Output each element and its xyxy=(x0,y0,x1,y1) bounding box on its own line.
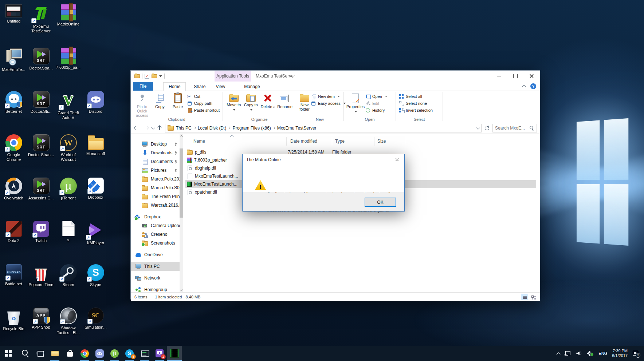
sidebar-item-screenshots[interactable]: Screenshots xyxy=(131,239,180,247)
desktop-icon-dropbox[interactable]: Dropbox xyxy=(82,175,109,219)
copy-button[interactable]: Copy xyxy=(152,92,168,109)
desktop-icon-battlenet[interactable]: BLIZZARD Battle.net xyxy=(0,262,27,305)
move-to-button[interactable]: Move to xyxy=(226,92,242,111)
ok-button[interactable]: OK xyxy=(365,198,396,207)
sidebar-item-marco-polo-2014[interactable]: Marco.Polo.2014... xyxy=(131,175,180,183)
new-item-button[interactable]: New item xyxy=(311,94,346,99)
taskbar-store-button[interactable] xyxy=(62,346,77,361)
desktop-icon-shadow-tactics[interactable]: Shadow Tactics - Bl... xyxy=(55,305,82,349)
taskbar-utorrent-button[interactable] xyxy=(107,346,122,361)
taskbar-chrome-button[interactable] xyxy=(77,346,92,361)
pin-to-quick-access-button[interactable]: Pin to Quick access xyxy=(134,92,150,118)
properties-qat-icon[interactable] xyxy=(145,74,149,79)
desktop-icon-doctor-stra[interactable]: SRT Doctor.Stra... xyxy=(27,45,55,89)
column-header-name[interactable]: Name xyxy=(185,137,286,146)
desktop-icon-world-of-warcraft[interactable]: W World of Warcraft xyxy=(55,132,82,175)
address-dropdown-icon[interactable] xyxy=(476,125,480,129)
sidebar-item-marco-polo-s02[interactable]: Marco.Polo.S02... xyxy=(131,183,180,192)
paste-shortcut-button[interactable]: Paste shortcut xyxy=(187,108,220,113)
desktop-icon-matrixonline[interactable]: MatrixOnline xyxy=(55,2,82,45)
up-button[interactable] xyxy=(156,125,163,131)
breadcrumb-this-pc[interactable]: This PC xyxy=(176,126,196,131)
desktop-icon-dota-2[interactable]: Dota 2 xyxy=(0,219,27,262)
search-input[interactable]: Search MxoE... xyxy=(492,124,537,132)
clock[interactable]: 7:39 PM 6/1/2017 xyxy=(612,349,628,358)
sidebar-item-pictures[interactable]: Pictures xyxy=(131,166,180,175)
scroll-up-icon[interactable] xyxy=(180,135,183,138)
taskbar-discord-button[interactable] xyxy=(92,346,107,361)
breadcrumb-local-disk-d[interactable]: Local Disk (D:) xyxy=(198,126,231,131)
breadcrumb-mxoemu-testserver[interactable]: MxoEmu TestServer xyxy=(277,126,317,131)
desktop-icon-mona-stuff[interactable]: Mona stuff xyxy=(82,132,109,175)
open-button[interactable]: Open xyxy=(365,94,387,99)
copy-to-button[interactable]: Copy to xyxy=(243,92,259,111)
sidebar-item-this-pc[interactable]: This PC xyxy=(131,262,180,271)
taskbar-twitch-button[interactable]: 1 xyxy=(152,346,167,361)
desktop-icon-gta-v[interactable]: V Grand Theft Auto V xyxy=(55,89,82,132)
sidebar-item-documents[interactable]: Documents xyxy=(131,157,180,166)
dropbox-tray-icon[interactable] xyxy=(587,350,594,356)
desktop-icon-doctor-str[interactable]: SRT Doctor.Str... xyxy=(27,89,55,132)
scrollbar-thumb[interactable] xyxy=(180,148,183,218)
column-header-type[interactable]: Type xyxy=(332,137,374,146)
new-folder-button[interactable]: New folder xyxy=(299,92,310,111)
cut-button[interactable]: Cut xyxy=(187,94,220,99)
close-button[interactable] xyxy=(523,71,540,82)
desktop-icon-app-shop[interactable]: APP APP Shop xyxy=(27,305,55,349)
new-folder-qat-icon[interactable] xyxy=(152,74,157,78)
dialog-close-icon[interactable] xyxy=(395,158,399,162)
edit-button[interactable]: Edit xyxy=(365,101,387,106)
desktop-icon-s[interactable]: s xyxy=(55,219,82,262)
minimize-button[interactable] xyxy=(491,71,507,82)
sidebar-item-network[interactable]: Network xyxy=(131,274,180,282)
properties-button[interactable]: Properties xyxy=(347,92,364,113)
scroll-down-icon[interactable] xyxy=(180,288,183,291)
desktop-icon-recycle-bin[interactable]: Recycle Bin xyxy=(0,305,27,349)
desktop-icon-google-chrome[interactable]: Google Chrome xyxy=(0,132,27,175)
desktop-icon-steam[interactable]: Steam xyxy=(55,262,82,305)
tab-view[interactable]: View xyxy=(211,83,230,91)
refresh-button[interactable] xyxy=(484,125,490,131)
desktop-icon-utorrent[interactable]: µ µTorrent xyxy=(55,175,82,219)
nav-scrollbar[interactable] xyxy=(180,134,183,292)
taskbar-task-view-button[interactable] xyxy=(32,346,47,361)
sidebar-item-the-fresh-prince[interactable]: The Fresh Princ... xyxy=(131,192,180,201)
sidebar-item-downloads[interactable]: Downloads xyxy=(131,148,180,157)
breadcrumb-program-files-x86[interactable]: Program Files (x86) xyxy=(232,126,275,131)
help-icon[interactable]: ? xyxy=(530,83,536,89)
sidebar-item-warcraft-2016[interactable]: Warcraft.2016.H... xyxy=(131,201,180,210)
tab-manage[interactable]: Manage xyxy=(239,83,265,91)
tab-file[interactable]: File xyxy=(133,82,153,91)
desktop-icon-discord[interactable]: Discord xyxy=(82,89,109,132)
desktop-icon-twitch[interactable]: Twitch xyxy=(27,219,55,262)
select-all-button[interactable]: Select all xyxy=(399,94,433,99)
breadcrumb[interactable]: This PC Local Disk (D:) Program Files (x… xyxy=(165,124,482,132)
desktop-icon-kmplayer[interactable]: KMPlayer xyxy=(82,219,109,262)
taskbar-skype-button[interactable]: 8 xyxy=(122,346,137,361)
sidebar-item-homegroup[interactable]: Homegroup xyxy=(131,285,180,292)
copy-path-button[interactable]: Copy path xyxy=(187,101,220,106)
taskbar-search-button[interactable] xyxy=(17,346,32,361)
large-icons-view-button[interactable] xyxy=(530,294,537,300)
sidebar-item-desktop[interactable]: Desktop xyxy=(131,140,180,148)
invert-selection-button[interactable]: Invert selection xyxy=(399,108,433,113)
sidebar-item-onedrive[interactable]: OneDrive xyxy=(131,250,180,259)
desktop-icon-overwatch[interactable]: Overwatch xyxy=(0,175,27,219)
taskbar-matrix-launcher-button[interactable] xyxy=(167,346,182,361)
desktop-icon-mxoemute[interactable]: MxoEmuTe... xyxy=(0,45,27,89)
forward-button[interactable] xyxy=(142,125,149,131)
paste-button[interactable]: Paste xyxy=(169,92,186,109)
desktop-icon-doctor-stran[interactable]: SRT Doctor Stran... xyxy=(27,132,55,175)
sidebar-item-creseno[interactable]: Creseno xyxy=(131,230,180,239)
select-none-button[interactable]: Select none xyxy=(399,101,433,106)
action-center-icon[interactable]: 2 xyxy=(632,350,639,356)
volume-icon[interactable] xyxy=(576,350,582,356)
desktop-icon-untitled[interactable]: Untitled xyxy=(0,2,27,45)
collapse-ribbon-icon[interactable] xyxy=(522,85,526,89)
taskbar-monitor-app-button[interactable] xyxy=(137,346,152,361)
recent-locations-icon[interactable] xyxy=(151,125,155,129)
desktop-icon-mxoemu-testserver[interactable]: MxoEmu TestServer xyxy=(27,2,55,45)
desktop-icon-betternet[interactable]: Betternet xyxy=(0,89,27,132)
column-header-date-modified[interactable]: Date modified xyxy=(286,137,332,146)
delete-button[interactable]: Delete xyxy=(260,92,276,109)
